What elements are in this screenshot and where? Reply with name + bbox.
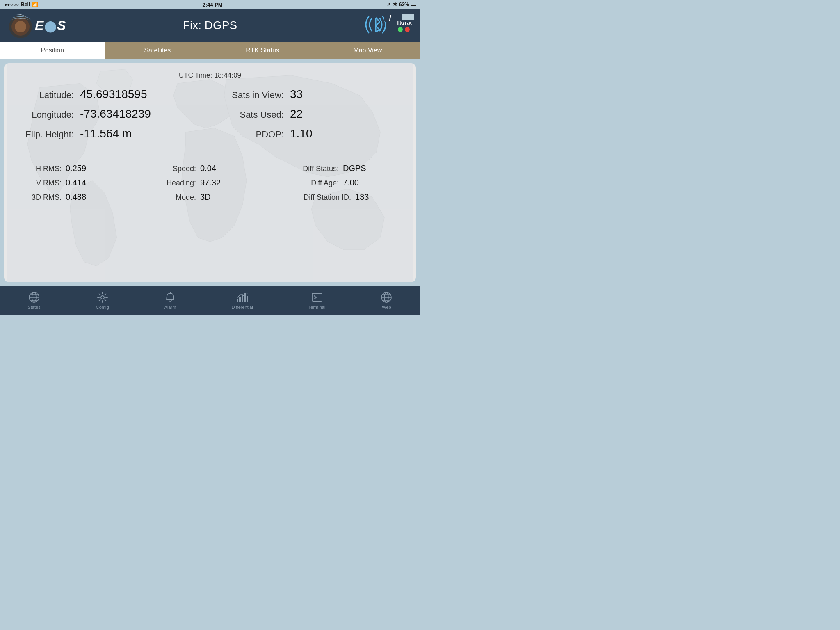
svg-rect-2 — [406, 21, 409, 23]
sats-used-value: 22 — [290, 107, 303, 121]
pdop-label: PDOP: — [226, 129, 284, 140]
tx-dot — [398, 27, 403, 32]
config-nav-icon — [97, 292, 108, 303]
tab-position[interactable]: Position — [0, 42, 105, 59]
terminal-nav-icon — [311, 292, 323, 303]
latitude-value: 45.69318595 — [80, 88, 147, 101]
h-rms-value: 0.259 — [66, 164, 86, 173]
location-icon: ↗ — [387, 2, 391, 7]
nav-differential[interactable]: Differential — [231, 292, 253, 310]
diff-age-row: Diff Age: 7.00 — [285, 178, 404, 187]
bottom-data-section: H RMS: 0.259 V RMS: 0.414 3D RMS: 0.488 … — [16, 164, 404, 207]
tab-bar: Position Satellites RTK Status Map View — [0, 42, 420, 59]
position-data-grid: Latitude: 45.69318595 Longitude: -73.634… — [16, 88, 404, 147]
heading-row: Heading: 97.32 — [151, 178, 269, 187]
carrier-label: Bell — [21, 2, 30, 7]
sats-used-label: Sats Used: — [226, 110, 284, 120]
status-nav-icon — [28, 292, 40, 303]
sats-in-view-row: Sats in View: 33 — [226, 88, 404, 101]
info-button[interactable]: i — [384, 12, 396, 24]
divider — [16, 151, 404, 151]
alarm-nav-icon — [164, 292, 176, 303]
utc-time: UTC Time: 18:44:09 — [16, 71, 404, 80]
nav-config[interactable]: Config — [96, 292, 109, 310]
diff-age-value: 7.00 — [343, 178, 359, 187]
heading-value: 97.32 — [200, 178, 221, 187]
tab-rtk-status[interactable]: RTK Status — [210, 42, 315, 59]
svg-rect-20 — [239, 297, 241, 302]
nav-status[interactable]: Status — [28, 292, 41, 310]
svg-rect-21 — [242, 295, 243, 302]
coords-col: Latitude: 45.69318595 Longitude: -73.634… — [16, 88, 194, 147]
rms3d-row: 3D RMS: 0.488 — [16, 192, 135, 202]
mode-value: 3D — [200, 192, 211, 202]
sats-col: Sats in View: 33 Sats Used: 22 PDOP: 1.1… — [202, 88, 404, 147]
nav-differential-label: Differential — [231, 305, 253, 310]
sats-in-view-label: Sats in View: — [226, 90, 284, 100]
latitude-label: Latitude: — [16, 90, 74, 100]
elip-height-row: Elip. Height: -11.564 m — [16, 127, 194, 140]
differential-nav-icon — [236, 292, 249, 303]
nav-web[interactable]: Web — [381, 292, 392, 310]
elip-height-label: Elip. Height: — [16, 129, 74, 140]
battery-label: 63% — [399, 2, 409, 7]
nav-alarm-label: Alarm — [164, 305, 176, 310]
tab-map-view[interactable]: Map View — [315, 42, 420, 59]
longitude-value: -73.63418239 — [80, 107, 151, 121]
speed-row: Speed: 0.04 — [151, 164, 269, 173]
diff-status-label: Diff Status: — [285, 164, 339, 173]
svg-rect-23 — [247, 296, 248, 302]
nav-terminal[interactable]: Terminal — [308, 292, 326, 310]
status-time: 2:44 PM — [203, 2, 223, 8]
longitude-label: Longitude: — [16, 110, 74, 120]
rms-col: H RMS: 0.259 V RMS: 0.414 3D RMS: 0.488 — [16, 164, 135, 207]
diff-station-id-label: Diff Station ID: — [285, 193, 351, 202]
top-icons: i — [384, 11, 416, 25]
signal-dots: ●●○○○ — [4, 2, 19, 7]
v-rms-value: 0.414 — [66, 178, 86, 187]
longitude-row: Longitude: -73.63418239 — [16, 107, 194, 121]
pdop-value: 1.10 — [290, 127, 313, 140]
diff-status-row: Diff Status: DGPS — [285, 164, 404, 173]
main-content: UTC Time: 18:44:09 Latitude: 45.69318595… — [4, 63, 416, 282]
svg-rect-19 — [237, 299, 238, 302]
speed-label: Speed: — [151, 164, 196, 173]
content-overlay: UTC Time: 18:44:09 Latitude: 45.69318595… — [16, 71, 404, 207]
diff-station-id-value: 133 — [355, 192, 369, 202]
nav-alarm[interactable]: Alarm — [164, 292, 176, 310]
speed-value: 0.04 — [200, 164, 216, 173]
status-bar: ●●○○○ Bell 📶 2:44 PM ↗ ✱ 63% ▬ — [0, 0, 420, 9]
h-rms-row: H RMS: 0.259 — [16, 164, 135, 173]
tab-satellites[interactable]: Satellites — [105, 42, 210, 59]
diff-station-id-row: Diff Station ID: 133 — [285, 192, 404, 202]
web-nav-icon — [381, 292, 392, 303]
rms3d-value: 0.488 — [66, 192, 86, 202]
v-rms-label: V RMS: — [16, 179, 62, 187]
nav-web-label: Web — [382, 305, 391, 310]
v-rms-row: V RMS: 0.414 — [16, 178, 135, 187]
wifi-icon: 📶 — [32, 2, 38, 7]
mode-label: Mode: — [151, 193, 196, 202]
elip-height-value: -11.564 m — [80, 127, 132, 140]
nav-config-label: Config — [96, 305, 109, 310]
pdop-row: PDOP: 1.10 — [226, 127, 404, 140]
header-title: Fix: DGPS — [74, 19, 346, 32]
diff-col: Diff Status: DGPS Diff Age: 7.00 Diff St… — [277, 164, 404, 207]
diff-age-label: Diff Age: — [285, 179, 339, 187]
device-icon[interactable] — [399, 11, 416, 25]
sats-in-view-value: 33 — [290, 88, 303, 101]
svg-rect-24 — [312, 293, 322, 301]
h-rms-label: H RMS: — [16, 164, 62, 173]
svg-rect-1 — [402, 14, 414, 20]
logo-text: E⬤S — [35, 18, 67, 33]
txrx-dots — [396, 27, 412, 32]
battery-icon: ▬ — [411, 2, 416, 7]
bottom-nav: Status Config Alarm Differential — [0, 286, 420, 315]
status-right: ↗ ✱ 63% ▬ — [387, 2, 416, 7]
status-left: ●●○○○ Bell 📶 — [4, 2, 38, 7]
latitude-row: Latitude: 45.69318595 — [16, 88, 194, 101]
bluetooth-status-icon: ✱ — [393, 2, 397, 7]
nav-status-label: Status — [28, 305, 41, 310]
nav-terminal-label: Terminal — [308, 305, 326, 310]
sats-used-row: Sats Used: 22 — [226, 107, 404, 121]
